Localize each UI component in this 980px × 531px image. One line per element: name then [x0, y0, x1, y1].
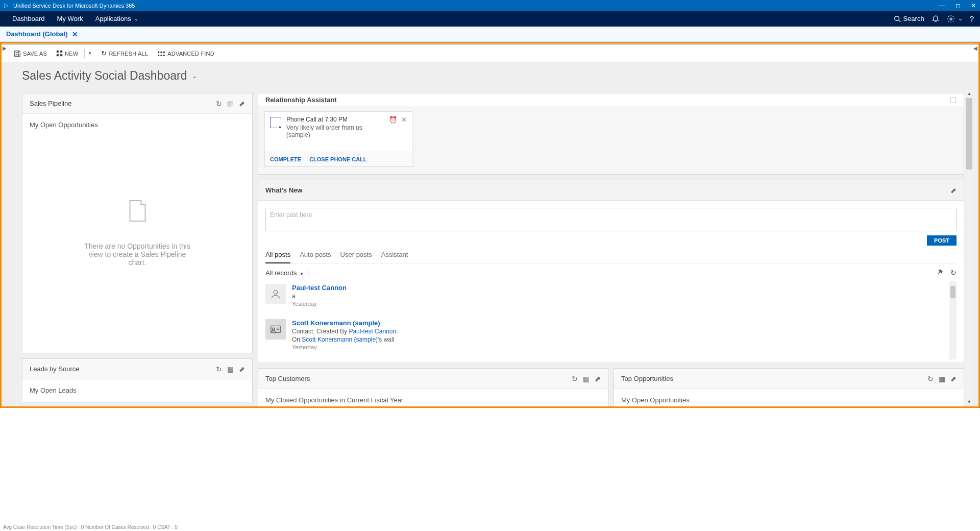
new-button[interactable]: NEW	[56, 50, 78, 57]
feed-author-link[interactable]: Paul-test Cannon	[292, 284, 347, 292]
panel-title: Top Customers	[265, 375, 572, 382]
grid-icon[interactable]: ▦	[939, 375, 945, 383]
activity-feed: Paul-test Cannon a Yesterday	[265, 281, 957, 359]
ra-card: Phone Call at 7:30 PM Very likely will o…	[264, 111, 412, 167]
settings-icon[interactable]	[947, 15, 955, 23]
new-icon	[56, 50, 63, 57]
feed-author-link[interactable]: Scott Konersmann (sample)	[292, 319, 398, 327]
window-controls: — ◻ ✕	[939, 2, 976, 9]
close-tab-icon[interactable]: ✕	[72, 30, 78, 38]
post-button[interactable]: POST	[927, 235, 957, 246]
settings-chevron-icon[interactable]: ⌄	[958, 15, 963, 22]
dashboard-toolbar: SAVE AS NEW ▼ ↻ REFRESH ALL ADVANCED FIN…	[2, 43, 978, 62]
refresh-icon[interactable]: ↻	[927, 375, 934, 383]
dismiss-icon[interactable]: ✕	[401, 116, 407, 124]
tab-all-posts[interactable]: All posts	[265, 251, 290, 263]
svg-rect-7	[60, 54, 62, 56]
popout-icon[interactable]: ⬈	[239, 365, 245, 373]
feed-item: Paul-test Cannon a Yesterday	[265, 281, 951, 316]
app-title: Unified Service Desk for Microsoft Dynam…	[13, 3, 939, 9]
grid-icon[interactable]: ▦	[583, 375, 590, 383]
dashboard-body: ▲ ▼ Sales Pipeline ↻ ▦ ⬈	[2, 91, 978, 406]
titlebar: ▷ Unified Service Desk for Microsoft Dyn…	[0, 0, 980, 11]
panel-title: Top Opportunities	[621, 375, 927, 382]
feed-link[interactable]: Scott Konersmann (sample)	[302, 336, 378, 343]
expand-left-icon[interactable]: ▶	[2, 44, 8, 52]
top-opportunities-panel: Top Opportunities ↻ ▦ ⬈ My Open Opportun…	[614, 368, 964, 406]
feed-link[interactable]: Paul-test Cannon	[349, 328, 396, 335]
scroll-down-icon[interactable]: ▼	[965, 399, 973, 404]
content-frame: SAVE AS NEW ▼ ↻ REFRESH ALL ADVANCED FIN…	[2, 43, 978, 406]
minimize-button[interactable]: —	[939, 2, 945, 9]
svg-point-10	[273, 328, 275, 330]
refresh-icon[interactable]: ↻	[950, 269, 957, 277]
notifications-icon[interactable]	[932, 15, 940, 23]
sales-pipeline-panel: Sales Pipeline ↻ ▦ ⬈ My Open Opportuniti…	[22, 93, 253, 353]
nav-dashboard[interactable]: Dashboard	[6, 11, 51, 27]
svg-rect-3	[15, 51, 20, 56]
ra-card-subtitle: Very likely will order from us (sample)	[286, 124, 384, 138]
popout-icon[interactable]: ⬚	[950, 95, 957, 104]
search-button[interactable]: Search	[894, 15, 924, 22]
nav-applications-label: Applications	[95, 15, 131, 22]
post-input[interactable]: Enter post here	[265, 208, 957, 231]
tab-label: Dashboard (Global)	[6, 30, 68, 38]
refresh-all-button[interactable]: ↻ REFRESH ALL	[101, 50, 148, 57]
feed-scrollbar[interactable]	[949, 281, 957, 359]
refresh-icon: ↻	[101, 50, 107, 57]
advanced-find-button[interactable]: ADVANCED FIND	[157, 50, 214, 57]
popout-icon[interactable]: ⬈	[950, 186, 957, 195]
panel-title: What's New	[265, 186, 950, 194]
maximize-button[interactable]: ◻	[955, 2, 961, 9]
grid-icon[interactable]: ▦	[227, 365, 234, 373]
ra-complete-button[interactable]: COMPLETE	[270, 156, 301, 162]
save-as-button[interactable]: SAVE AS	[14, 50, 47, 57]
wn-tabs: All posts Auto posts User posts Assistan…	[265, 251, 957, 263]
relationship-assistant-panel: Relationship Assistant ⬚ Phone Call at 7…	[258, 93, 964, 175]
svg-point-2	[950, 18, 952, 20]
app-icon: ▷	[4, 2, 10, 9]
snooze-icon[interactable]: ⏰	[389, 116, 397, 124]
filter-label: All records	[265, 269, 297, 277]
ra-close-phone-button[interactable]: CLOSE PHONE CALL	[309, 156, 366, 162]
pipeline-empty-state: There are no Opportunities in this view …	[80, 200, 195, 267]
save-as-label: SAVE AS	[23, 51, 47, 57]
refresh-icon[interactable]: ↻	[216, 365, 222, 373]
tab-user-posts[interactable]: User posts	[340, 251, 372, 263]
popout-icon[interactable]: ⬈	[595, 375, 601, 383]
help-icon[interactable]: ?	[970, 14, 974, 23]
scroll-thumb[interactable]	[950, 286, 955, 298]
tab-strip: Dashboard (Global) ✕	[0, 27, 980, 42]
dashboard-title-selector[interactable]: Sales Activity Social Dashboard ⌄	[22, 69, 958, 83]
pipeline-subtitle: My Open Opportunities	[30, 121, 245, 129]
user-avatar-icon	[265, 284, 286, 304]
caret-down-icon: ▼	[88, 51, 92, 56]
new-dropdown[interactable]: ▼	[84, 49, 92, 58]
grid-icon[interactable]: ▦	[227, 100, 234, 108]
feed-body: a	[292, 293, 347, 300]
leads-by-source-panel: Leads by Source ↻ ▦ ⬈ My Open Leads	[22, 358, 253, 402]
pin-icon[interactable]	[936, 269, 943, 277]
top-customers-panel: Top Customers ↻ ▦ ⬈ My Closed Opportunit…	[258, 368, 608, 406]
svg-rect-5	[60, 51, 62, 53]
expand-right-icon[interactable]: ◀	[972, 44, 978, 52]
refresh-icon[interactable]: ↻	[572, 375, 578, 383]
search-icon	[894, 15, 901, 22]
popout-icon[interactable]: ⬈	[950, 375, 957, 383]
records-filter[interactable]: All records ▼	[265, 269, 304, 277]
refresh-icon[interactable]: ↻	[216, 100, 222, 108]
tab-dashboard-global[interactable]: Dashboard (Global) ✕	[6, 30, 78, 38]
tab-auto-posts[interactable]: Auto posts	[300, 251, 331, 263]
feed-time: Yesterday	[292, 344, 398, 350]
tab-assistant[interactable]: Assistant	[381, 251, 408, 263]
caret-down-icon: ▼	[300, 272, 304, 276]
new-label: NEW	[65, 51, 78, 57]
vertical-scrollbar[interactable]: ▲ ▼	[965, 91, 973, 404]
scroll-thumb[interactable]	[966, 98, 972, 170]
nav-my-work[interactable]: My Work	[51, 11, 89, 27]
nav-applications[interactable]: Applications ⌄	[89, 11, 144, 27]
close-window-button[interactable]: ✕	[971, 2, 976, 9]
popout-icon[interactable]: ⬈	[239, 100, 245, 108]
cursor-indicator	[308, 269, 308, 277]
scroll-up-icon[interactable]: ▲	[965, 91, 973, 96]
